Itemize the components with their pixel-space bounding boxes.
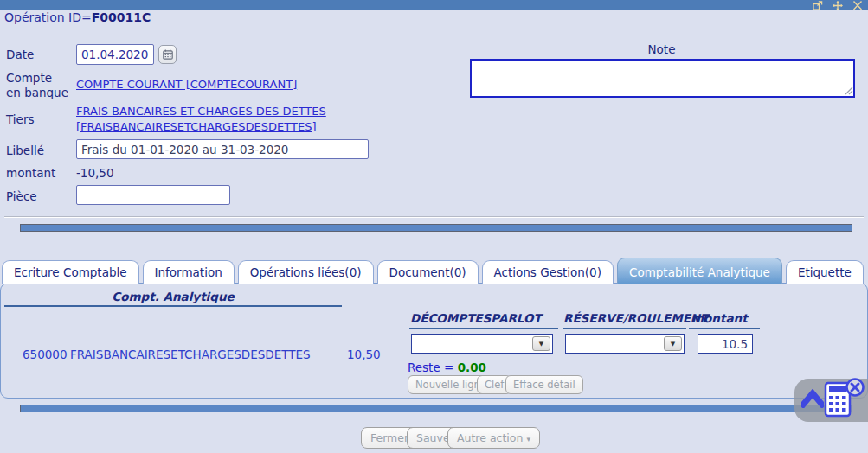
horizontal-scrollbar-bottom[interactable] (20, 405, 852, 412)
page-title-prefix: Opération ID= (4, 10, 92, 24)
horizontal-scrollbar-top[interactable] (20, 224, 852, 232)
note-textarea[interactable] (470, 59, 855, 98)
montant-value: -10,50 (76, 166, 114, 180)
analytic-row-account: 650000 (23, 348, 68, 361)
other-action-button[interactable]: Autre action▾ (447, 427, 540, 449)
reserve-roulement-select[interactable]: ▼ (565, 334, 685, 354)
analytic-amount-input[interactable] (698, 334, 753, 354)
calendar-button[interactable] (158, 45, 177, 64)
date-label: Date (6, 48, 34, 61)
tab-actions-gestion[interactable]: Actions Gestion(0) (482, 260, 614, 284)
reste-value: 0.00 (458, 360, 486, 374)
tab-information[interactable]: Information (143, 260, 235, 284)
tiers-label: Tiers (6, 112, 34, 126)
analytic-col2-underline (563, 328, 686, 329)
analytic-section-title: Compt. Analytique (4, 290, 342, 303)
collapse-up-icon[interactable] (801, 389, 824, 408)
chevron-down-icon[interactable]: ▼ (532, 336, 550, 351)
analytic-col3-header: montant (691, 311, 748, 325)
tiers-link-line1[interactable]: FRAIS BANCAIRES ET CHARGES DES DETTES (76, 105, 326, 118)
calendar-icon (163, 49, 173, 60)
page-title: Opération ID=F00011C (4, 10, 151, 24)
date-input[interactable] (76, 44, 154, 65)
bank-account-label: Compte en banque (6, 71, 70, 100)
analytic-section-underline (4, 305, 342, 307)
tab-content-panel: Compt. Analytique DÉCOMPTESPARLOT RÉSERV… (0, 283, 868, 399)
calculator-close-icon[interactable] (845, 377, 865, 398)
piece-input[interactable] (76, 185, 230, 205)
analytic-row-amount: 10,50 (347, 348, 381, 361)
open-in-new-window-icon[interactable] (813, 1, 823, 10)
operation-detail-window: Opération ID=F00011C Date Note Compte en… (0, 0, 868, 453)
move-window-icon[interactable] (833, 1, 843, 10)
analytic-row-label: FRAISBANCAIRESETCHARGESDESDETTES (70, 348, 311, 361)
calculator-widget (794, 379, 868, 422)
decomptesparlot-select[interactable]: ▼ (411, 334, 553, 354)
tab-document[interactable]: Document(0) (377, 260, 479, 284)
tab-etiquette[interactable]: Etiquette (786, 260, 864, 284)
bank-account-link[interactable]: COMPTE COURANT [COMPTECOURANT] (76, 78, 297, 91)
operation-id: F00011C (92, 10, 151, 24)
piece-label: Pièce (6, 189, 37, 203)
montant-label: montant (6, 166, 55, 180)
note-label: Note (470, 42, 853, 56)
analytic-col2-header: RÉSERVE/ROULEMENT (563, 311, 708, 325)
horizontal-rule (4, 216, 864, 218)
tab-operations-liees[interactable]: Opérations liées(0) (238, 260, 374, 284)
reste-label: Reste = (408, 360, 453, 374)
close-window-icon[interactable] (852, 1, 863, 10)
delete-detail-button[interactable]: Efface détail (505, 375, 583, 394)
chevron-down-icon[interactable]: ▼ (664, 336, 682, 351)
tab-bar: Ecriture Comptable Information Opération… (2, 258, 864, 284)
window-titlebar (0, 0, 868, 10)
libelle-label: Libellé (6, 144, 44, 157)
tiers-link-line2[interactable]: [FRAISBANCAIRESETCHARGESDESDETTES] (76, 120, 316, 133)
analytic-col3-underline (689, 328, 760, 329)
other-action-label: Autre action (457, 431, 523, 444)
analytic-col1-header: DÉCOMPTESPARLOT (410, 311, 542, 325)
reste-indicator: Reste = 0.00 (408, 360, 486, 374)
caret-down-icon: ▾ (526, 435, 530, 443)
tab-ecriture-comptable[interactable]: Ecriture Comptable (2, 260, 139, 284)
analytic-col1-underline (409, 328, 558, 329)
tab-comptabilite-analytique[interactable]: Comptabilité Analytique (617, 258, 782, 284)
libelle-input[interactable] (76, 139, 369, 159)
